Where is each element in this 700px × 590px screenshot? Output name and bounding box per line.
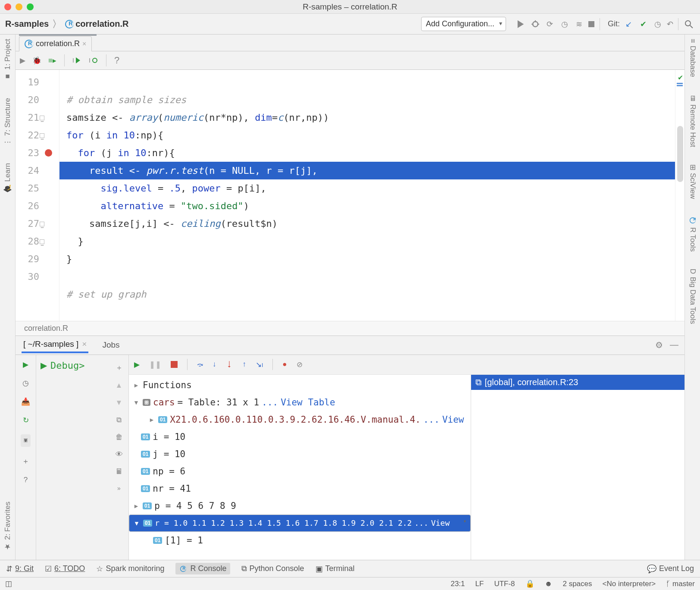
vars-functions[interactable]: Functions [143, 380, 192, 390]
sidebar-item-rtools[interactable]: R Tools [688, 216, 697, 251]
gear-icon[interactable]: ⚙ [655, 340, 663, 350]
svg-point-5 [685, 21, 691, 26]
resume-program-icon[interactable]: ▶ [134, 360, 140, 369]
run-file-icon[interactable]: ▶ [20, 56, 25, 65]
help-icon[interactable]: ? [24, 476, 28, 484]
stack-frame-global[interactable]: ⧉ [global], correlation.R:23 [471, 375, 684, 390]
tool-window-toggle-icon[interactable]: ◫ [5, 579, 12, 588]
close-tab-icon[interactable]: × [82, 339, 87, 349]
tool-todo[interactable]: ☑6: TODO [45, 564, 85, 574]
copy-icon[interactable]: ⧉ [116, 416, 122, 424]
status-bar: ◫ 23:1 LF UTF-8 🔒 ☻ 2 spaces <No interpr… [0, 577, 700, 590]
view-link[interactable]: View [442, 414, 464, 425]
tool-git[interactable]: ⇵9: Git [6, 564, 34, 574]
search-icon[interactable] [683, 18, 695, 30]
sidebar-item-database[interactable]: ≡Database [688, 39, 697, 77]
run-selection-icon[interactable]: ≡▸ [48, 56, 56, 65]
sidebar-item-learn[interactable]: 🎓Learn [3, 163, 12, 193]
git-pull-icon[interactable]: ↙ [622, 18, 634, 30]
mute-breakpoints-icon[interactable]: ⊘ [297, 360, 303, 369]
history-icon[interactable]: ◷ [22, 379, 29, 388]
run-to-cursor-icon[interactable]: ↘I [256, 360, 263, 369]
pause-icon[interactable]: ❚❚ [149, 360, 161, 369]
view-link[interactable]: View [431, 518, 450, 527]
close-tab-icon[interactable]: × [82, 40, 86, 48]
new-watch-icon[interactable]: ＋ [116, 363, 123, 373]
tool-spark[interactable]: ☆Spark monitoring [96, 564, 164, 574]
more-icon[interactable]: » [117, 485, 121, 492]
run-configuration-selector[interactable]: Add Configuration... [421, 17, 506, 31]
tool-pyconsole[interactable]: ⧉Python Console [241, 564, 304, 573]
sidebar-item-structure[interactable]: ⋮7: Structure [3, 98, 12, 146]
line-ending[interactable]: LF [475, 580, 484, 588]
help-icon[interactable]: ? [114, 55, 119, 66]
tab-jobs[interactable]: Jobs [100, 338, 121, 352]
coverage-button[interactable]: ⟳ [544, 18, 556, 30]
scrollbar-thumb[interactable] [677, 126, 683, 182]
editor-breadcrumb-item[interactable]: correlation.R [24, 324, 68, 333]
watch-icon[interactable]: 👁 [116, 450, 123, 459]
sidebar-item-bigdata[interactable]: DBig Data Tools [688, 269, 697, 324]
encoding[interactable]: UTF-8 [494, 580, 515, 588]
variables-tree[interactable]: ▶Functions ▼⊞cars = Table: 31 x 1 ... Vi… [129, 375, 471, 560]
rerun-icon[interactable]: ↻ [23, 416, 29, 425]
stop-icon[interactable] [171, 361, 178, 368]
tool-terminal[interactable]: ▣Terminal [316, 564, 355, 574]
debug-console[interactable]: ▶ Debug> [36, 355, 109, 560]
evaluate-icon[interactable]: ● [282, 360, 287, 369]
clear-icon[interactable]: 🗑 [116, 433, 123, 442]
view-table-link[interactable]: View Table [281, 397, 335, 408]
debug-file-icon[interactable]: 🐞 [32, 56, 41, 65]
soft-wrap-icon[interactable]: ≡ [21, 434, 31, 447]
step-out-icon[interactable]: ↑ [243, 360, 247, 369]
minimize-window-icon[interactable] [16, 3, 22, 10]
git-branch[interactable]: ᚶ master [666, 580, 695, 588]
editor-breadcrumb-bar[interactable]: correlation.R [16, 321, 684, 335]
breadcrumb-file[interactable]: correlation.R [75, 19, 128, 29]
git-revert-icon[interactable]: ↶ [666, 18, 678, 30]
force-step-into-icon[interactable]: ⭣ [226, 360, 233, 369]
debug-button[interactable] [529, 18, 541, 30]
step-into-icon[interactable]: ↓ [212, 360, 216, 369]
git-history-icon[interactable]: ◷ [652, 18, 664, 30]
code-editor[interactable]: 19 20 21 22 23 24 25 26 27 28 29 30 # ob… [16, 70, 684, 321]
sidebar-item-sciview[interactable]: ⊞SciView [688, 164, 697, 199]
import-icon[interactable]: 📥 [21, 397, 30, 406]
breadcrumb-root[interactable]: R-samples [5, 19, 49, 29]
calculator-icon[interactable]: 🖩 [116, 468, 123, 476]
frames-pane[interactable]: ⧉ [global], correlation.R:23 [471, 375, 684, 560]
inspector-icon[interactable]: ☻ [545, 580, 553, 588]
git-commit-icon[interactable]: ✔ [637, 18, 649, 30]
attach-button[interactable]: ≋ [573, 18, 585, 30]
tab-r-samples[interactable]: [ ~/R-samples ] × [22, 337, 88, 353]
step-over-icon[interactable]: ⤼ [197, 360, 203, 369]
editor-tab-correlation[interactable]: correlation.R × [19, 36, 92, 51]
debug-current-icon[interactable]: I [89, 56, 98, 65]
stop-button[interactable] [588, 18, 600, 30]
down-icon[interactable]: ▼ [116, 399, 123, 407]
sidebar-item-remote-host[interactable]: 🖥Remote Host [688, 94, 697, 147]
add-icon[interactable]: ＋ [22, 456, 29, 466]
run-current-icon[interactable]: I [72, 56, 82, 65]
gutter[interactable]: 19 20 21 22 23 24 25 26 27 28 29 30 [16, 70, 59, 321]
editor-tabs: correlation.R × [16, 35, 684, 51]
tool-eventlog[interactable]: 💬Event Log [647, 564, 694, 574]
inspection-ok-icon[interactable]: ✔ [678, 72, 683, 82]
indent[interactable]: 2 spaces [562, 580, 592, 588]
tool-rconsole[interactable]: R Console [175, 563, 230, 574]
code-area[interactable]: # obtain sample sizes samsize <- array(n… [59, 70, 675, 321]
resume-icon[interactable]: ▶ [23, 360, 28, 369]
readonly-lock-icon[interactable]: 🔒 [525, 579, 534, 588]
close-window-icon[interactable] [4, 3, 11, 10]
profile-button[interactable]: ◷ [559, 18, 571, 30]
run-button[interactable] [515, 18, 527, 30]
minimize-panel-icon[interactable]: — [670, 340, 678, 350]
sidebar-item-favorites[interactable]: ★2: Favorites [3, 502, 12, 551]
zoom-window-icon[interactable] [27, 3, 34, 10]
sidebar-item-project[interactable]: ■1: Project [3, 39, 12, 81]
breadcrumb[interactable]: R-samples 〉 correlation.R [5, 18, 129, 31]
caret-position[interactable]: 23:1 [450, 580, 465, 588]
debug-step-toolbar: ▶ ❚❚ ⤼ ↓ ⭣ ↑ ↘I ● ⊘ [129, 355, 684, 375]
up-icon[interactable]: ▲ [116, 381, 123, 390]
interpreter[interactable]: <No interpreter> [603, 580, 656, 588]
